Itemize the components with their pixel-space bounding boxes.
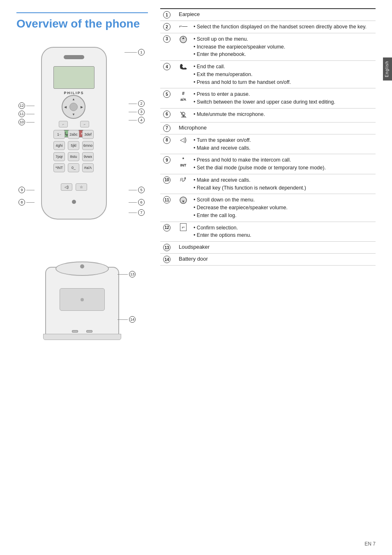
item-desc-3: Scroll up on the menu. Increase the earp… <box>191 33 376 60</box>
item-number-7: 7 <box>163 125 171 132</box>
item-number-6: 6 <box>163 111 171 118</box>
table-row: 14 Battery door <box>160 254 376 266</box>
callout-circle-1: 1 <box>138 49 145 56</box>
key-5: 5jkl <box>68 141 79 150</box>
key-9: 9vwx <box>82 152 94 161</box>
table-row: 8 ◁) Turn the speaker on/off. Make and r… <box>160 134 376 154</box>
callout-4: 4 <box>129 117 145 123</box>
callout-circle-13: 13 <box>129 271 136 278</box>
key-6: 6mno <box>82 141 94 150</box>
item-desc-4: End the call. Exit the menu/operation. P… <box>191 61 376 88</box>
table-row: 9 *INT Press and hold to make the interc… <box>160 154 376 174</box>
key-3: 3def <box>82 130 94 139</box>
item-number-8: 8 <box>163 136 171 144</box>
item-number-9: 9 <box>163 156 171 164</box>
callout-14: 14 <box>118 316 136 323</box>
item-number-11: 11 <box>163 196 171 204</box>
callout-circle-9: 9 <box>18 187 25 193</box>
callout-circle-2: 2 <box>138 100 145 107</box>
key-7: 7pqr <box>53 152 65 161</box>
key-hash: #a/A <box>82 163 94 172</box>
callout-3: 3 <box>129 109 145 115</box>
left-column: Overview of the phone PHILIPS ▲ ▼ ◀ ▶ <box>0 0 156 555</box>
page-title: Overview of the phone <box>16 12 148 30</box>
item-label-7: Microphone <box>176 122 376 134</box>
phone-screen <box>53 66 95 89</box>
callout-1: 1 <box>125 49 145 56</box>
item-icon-2: ⌐— <box>176 21 191 33</box>
key-2: 2abc <box>68 130 79 139</box>
item-desc-5: Press to enter a pause. Switch between t… <box>191 88 376 109</box>
base-station-diagram: 13 14 <box>25 259 140 345</box>
item-icon-4 <box>176 61 191 88</box>
item-number-13: 13 <box>163 244 171 251</box>
table-row: 7 Microphone <box>160 122 376 134</box>
callout-13: 13 <box>118 271 136 278</box>
phone-earpiece-slot <box>64 55 84 59</box>
phone-bottom-row: ◁) ☆ <box>61 183 87 191</box>
item-icon-9: *INT <box>176 154 191 174</box>
table-row: 4 End the call. Exit the menu/operation.… <box>160 61 376 88</box>
phone-keypad: 1·· 2abc 3def 4ghi 5jkl 6mno 7pqr 8stu 9… <box>53 130 95 172</box>
callout-10: 10 <box>18 119 35 125</box>
item-icon-12: ⌐ <box>176 222 191 242</box>
item-desc-8: Turn the speaker on/off. Make and receiv… <box>191 134 376 154</box>
svg-rect-4 <box>181 117 185 118</box>
item-desc-2: Select the function displayed on the han… <box>191 21 376 33</box>
item-desc-12: Confirm selection. Enter the options men… <box>191 222 376 242</box>
item-number-2: 2 <box>163 23 171 30</box>
svg-marker-7 <box>184 177 186 179</box>
side-tab-english: English <box>383 58 392 81</box>
phone-brand-label: PHILIPS <box>64 91 84 95</box>
item-number-10: 10 <box>163 176 171 184</box>
item-desc-6: Mute/unmute the microphone. <box>191 108 376 122</box>
page-footer: EN 7 <box>364 541 376 547</box>
key-star: *INT <box>53 163 65 172</box>
callout-8: 8 <box>18 199 35 206</box>
callout-12: 12 <box>18 102 35 109</box>
item-desc-10: Make and receive calls. Recall key (This… <box>191 174 376 194</box>
phone-speaker <box>72 200 76 204</box>
item-icon-3 <box>176 33 191 60</box>
item-number-12: 12 <box>163 224 171 231</box>
table-row: 1 Earpiece <box>160 9 376 21</box>
item-icon-10: R <box>176 174 191 194</box>
callout-7: 7 <box>129 209 145 216</box>
item-number-4: 4 <box>163 63 171 70</box>
table-row: 11 Scroll down on the menu. Decrease the… <box>160 194 376 222</box>
item-number-5: 5 <box>163 90 171 98</box>
item-icon-5: #a/A <box>176 88 191 109</box>
callout-11: 11 <box>18 111 35 117</box>
item-label-13: Loudspeaker <box>176 242 376 254</box>
callout-circle-10: 10 <box>18 119 25 125</box>
callout-circle-6: 6 <box>138 199 145 206</box>
right-column: 1 Earpiece 2 ⌐— Select the function disp… <box>156 0 392 555</box>
phone-handset-diagram: PHILIPS ▲ ▼ ◀ ▶ ⌐ ⌐ <box>16 39 148 252</box>
item-icon-8: ◁) <box>176 134 191 154</box>
item-label-1: Earpiece <box>176 9 376 21</box>
callout-circle-5: 5 <box>138 187 145 193</box>
item-number-3: 3 <box>163 35 171 43</box>
callout-2: 2 <box>129 100 145 107</box>
table-row: 5 #a/A Press to enter a pause. Switch be… <box>160 88 376 109</box>
callout-6: 6 <box>129 199 145 206</box>
key-8: 8stu <box>68 152 79 161</box>
callout-circle-7: 7 <box>138 209 145 216</box>
table-row: 6 Mute/unmute the microphone. <box>160 108 376 122</box>
table-row: 10 R Make and receive calls. Recall key … <box>160 174 376 194</box>
description-table: 1 Earpiece 2 ⌐— Select the function disp… <box>160 8 376 266</box>
item-label-14: Battery door <box>176 254 376 266</box>
callout-circle-8: 8 <box>18 199 25 206</box>
item-desc-9: Press and hold to make the intercom call… <box>191 154 376 174</box>
callout-circle-3: 3 <box>138 109 145 115</box>
item-number-1: 1 <box>163 11 171 18</box>
callout-circle-11: 11 <box>18 111 25 117</box>
callout-circle-14: 14 <box>129 316 136 323</box>
table-row: 13 Loudspeaker <box>160 242 376 254</box>
table-row: 2 ⌐— Select the function displayed on th… <box>160 21 376 33</box>
callout-circle-4: 4 <box>138 117 145 123</box>
item-icon-6 <box>176 108 191 122</box>
item-icon-11 <box>176 194 191 222</box>
table-row: 3 Scroll up on the menu. Increase the ea… <box>160 33 376 60</box>
item-desc-11: Scroll down on the menu. Decrease the ea… <box>191 194 376 222</box>
